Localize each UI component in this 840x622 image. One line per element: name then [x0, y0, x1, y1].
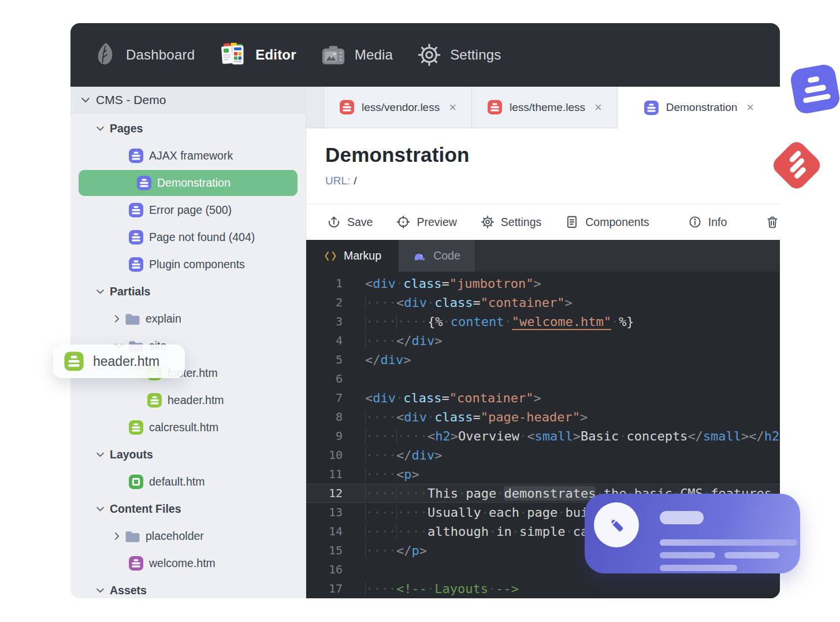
sidebar-item-page-not-found-404[interactable]: Page not found (404)	[70, 224, 306, 251]
chevron-down-icon	[96, 126, 105, 131]
sidebar-item-plugin-components[interactable]: Plugin components	[70, 251, 306, 278]
info-button[interactable]: Info	[687, 214, 727, 229]
leaf-icon	[94, 42, 117, 68]
item-label: Plugin components	[149, 258, 245, 271]
document-toolbar: Save Preview	[306, 203, 780, 240]
file-tab-strip: less/vendor.less× less/theme.less× Demon…	[306, 87, 780, 128]
sidebar: CMS - Demo Pages AJAX framework Demonstr…	[70, 87, 306, 598]
doc-purple-icon	[128, 229, 144, 245]
nav-item-editor[interactable]: Editor	[219, 42, 296, 68]
code-line-3: 3········{%·content·"welcome.htm"·%}	[306, 312, 780, 331]
sidebar-section-layouts[interactable]: Layouts	[70, 441, 306, 468]
item-label: Demonstration	[157, 176, 231, 190]
tab-markup[interactable]: Markup	[306, 240, 399, 272]
code-line-1: 1<div·class="jumbotron">	[306, 274, 780, 293]
doc-green-icon	[64, 351, 84, 372]
gear-icon	[480, 214, 495, 229]
sidebar-item-ajax-framework[interactable]: AJAX framework	[70, 142, 306, 169]
save-button[interactable]: Save	[326, 214, 373, 229]
skeleton-text-bar	[660, 565, 737, 571]
components-list-icon	[564, 214, 579, 229]
sidebar-section-pages[interactable]: Pages	[70, 115, 306, 142]
section-label: Pages	[110, 122, 143, 135]
layout-icon	[128, 474, 144, 490]
page-background: Dashboard	[0, 0, 840, 622]
tab-code[interactable]: Code	[399, 240, 475, 272]
sidebar-section-assets[interactable]: Assets	[70, 577, 306, 598]
close-icon[interactable]: ×	[594, 101, 602, 114]
page-title: Demonstration	[325, 143, 780, 166]
nav-item-settings[interactable]: Settings	[417, 43, 501, 67]
nav-item-media[interactable]: Media	[321, 43, 393, 66]
line-number: 5	[306, 350, 343, 369]
nav-label-settings: Settings	[450, 47, 501, 63]
settings-button[interactable]: Settings	[480, 214, 541, 229]
tab-label: Demonstration	[666, 101, 738, 114]
sidebar-root-item[interactable]: CMS - Demo	[70, 87, 306, 113]
file-tab-less-vendor-less[interactable]: less/vendor.less×	[324, 87, 471, 128]
chevron-down-icon	[96, 588, 105, 593]
line-number: 8	[306, 408, 343, 427]
doc-red-icon	[487, 99, 503, 115]
tab-label: less/vendor.less	[362, 101, 440, 114]
skeleton-text-bar	[660, 539, 797, 546]
edit-notification-card	[585, 494, 800, 573]
doc-green-icon	[128, 420, 144, 435]
line-number: 7	[306, 388, 343, 408]
editor-mode-tabs: Markup Code	[306, 240, 780, 272]
sidebar-item-error-page-500[interactable]: Error page (500)	[70, 197, 306, 224]
nav-label-media: Media	[355, 47, 393, 63]
url-label: URL:	[325, 175, 350, 187]
sidebar-folder-placeholder[interactable]: placeholder	[70, 523, 306, 550]
file-tab-less-theme-less[interactable]: less/theme.less×	[471, 87, 617, 128]
skeleton-title-bar	[660, 511, 704, 524]
sidebar-section-partials[interactable]: Partials	[70, 278, 306, 305]
close-icon[interactable]: ×	[449, 101, 456, 114]
php-elephant-icon	[413, 250, 427, 262]
file-tab-demonstration[interactable]: Demonstration×	[617, 87, 780, 128]
line-number: 13	[306, 503, 343, 522]
line-number: 11	[306, 465, 343, 484]
sidebar-section-content-files[interactable]: Content Files	[70, 495, 306, 523]
components-button[interactable]: Components	[564, 214, 649, 229]
doc-purple-icon	[128, 257, 144, 272]
skeleton-text-bar	[660, 552, 715, 558]
info-icon	[687, 214, 703, 229]
camera-icon	[321, 43, 346, 66]
doc-magenta-icon	[128, 556, 144, 571]
top-navigation: Dashboard	[70, 23, 780, 87]
preview-button[interactable]: Preview	[396, 214, 456, 229]
line-number: 4	[306, 331, 343, 350]
editor-pages-icon	[219, 42, 247, 68]
sidebar-item-demonstration[interactable]: Demonstration	[79, 170, 298, 196]
sidebar-folder-explain[interactable]: explain	[70, 305, 306, 332]
section-label: Partials	[110, 285, 150, 298]
url-value: /	[354, 175, 356, 187]
sidebar-item-default-htm[interactable]: default.htm	[70, 468, 306, 495]
sidebar-item-header-htm[interactable]: header.htm	[70, 387, 306, 414]
chevron-right-icon	[114, 314, 120, 323]
tab-label: less/theme.less	[510, 101, 585, 114]
delete-button[interactable]	[765, 214, 780, 229]
line-number: 14	[306, 522, 343, 541]
close-icon[interactable]: ×	[746, 101, 754, 114]
gear-icon	[417, 43, 441, 67]
line-number: 3	[306, 312, 343, 331]
doc-red-icon	[339, 99, 355, 115]
section-label: Assets	[110, 584, 147, 597]
section-label: Layouts	[110, 448, 153, 461]
pencil-badge	[594, 502, 639, 547]
item-label: AJAX framework	[149, 149, 233, 162]
target-icon	[396, 214, 411, 229]
nav-item-dashboard[interactable]: Dashboard	[94, 42, 195, 68]
sidebar-item-calcresult-htm[interactable]: calcresult.htm	[70, 414, 306, 441]
doc-purple-icon	[644, 100, 659, 116]
code-line-6: 6	[306, 369, 780, 388]
chevron-down-icon	[96, 506, 105, 512]
chevron-down-icon	[96, 289, 105, 294]
sidebar-item-welcome-htm[interactable]: welcome.htm	[70, 550, 306, 577]
drag-ghost-card[interactable]: header.htm	[53, 345, 185, 378]
tab-strip-lead	[306, 87, 324, 128]
code-line-7: 7<div·class="container">	[306, 388, 780, 408]
chevron-right-icon	[114, 532, 120, 540]
